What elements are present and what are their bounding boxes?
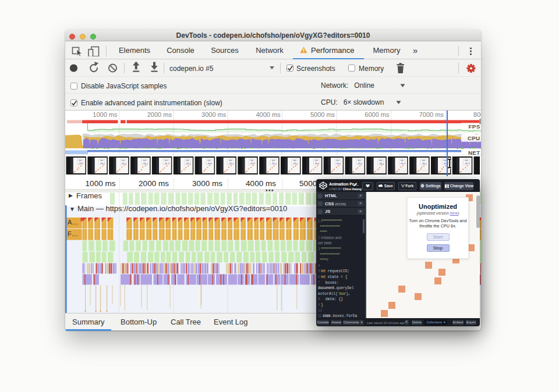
svg-text:2000 ms: 2000 ms — [147, 111, 172, 118]
svg-text:3000 ms: 3000 ms — [201, 111, 227, 118]
svg-text:1000 ms: 1000 ms — [93, 111, 118, 118]
svg-text:8000 ms: 8000 ms — [473, 111, 481, 118]
svg-text:FPS: FPS — [469, 123, 480, 130]
svg-text:NET: NET — [468, 149, 480, 155]
svg-text:5000 ms: 5000 ms — [310, 111, 335, 118]
svg-text:4000 ms: 4000 ms — [256, 111, 281, 118]
svg-text:CPU: CPU — [468, 135, 480, 141]
svg-text:7000 ms: 7000 ms — [419, 111, 444, 118]
svg-text:6000 ms: 6000 ms — [365, 111, 390, 118]
